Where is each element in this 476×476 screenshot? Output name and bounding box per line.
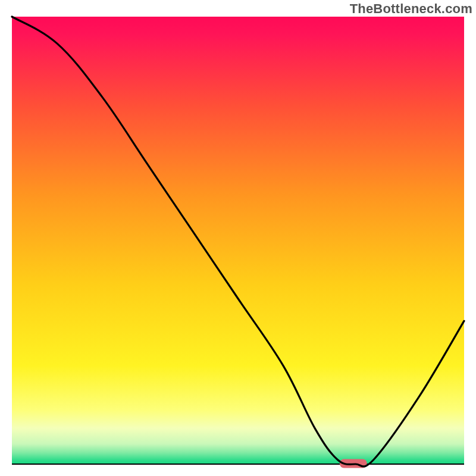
chart-container: TheBottleneck.com — [0, 0, 476, 476]
watermark-text: TheBottleneck.com — [350, 1, 472, 17]
plot-background — [12, 17, 464, 464]
chart-svg — [0, 0, 476, 476]
